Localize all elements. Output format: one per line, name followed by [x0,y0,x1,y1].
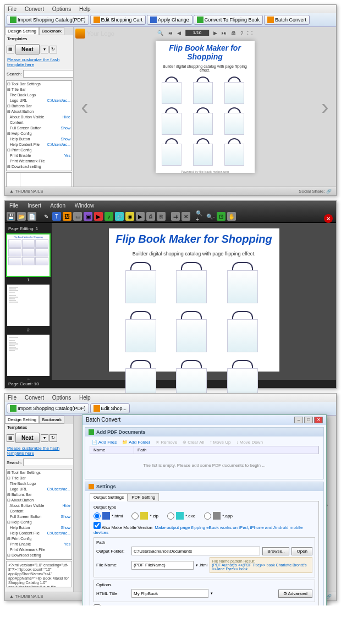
tab-bookmark-3[interactable]: Bookmark [39,416,64,424]
template-dropdown-3[interactable]: ▾ [41,434,48,442]
save-icon[interactable]: 💾 [7,212,15,221]
tab-design[interactable]: Design Setting [5,27,39,35]
swf-icon[interactable]: ▣ [84,212,92,221]
fit-icon[interactable]: ⊡ [217,212,226,221]
share-icon[interactable]: 🔗 [326,189,332,194]
move-down-button[interactable]: ↓ Move Down [236,440,262,445]
zoomin-icon[interactable]: 🔍+ [196,212,205,221]
menu2-insert[interactable]: Insert [28,203,41,209]
sound-icon[interactable]: ♪ [105,212,113,221]
link-icon[interactable]: 🔗 [115,212,124,221]
advanced-button[interactable]: ⚙ Advanced [278,590,312,598]
shape-icon[interactable]: ▭ [73,212,82,221]
mobile-checkbox[interactable]: Also Make Mobile Version [94,525,152,530]
text-icon[interactable]: T [52,212,61,221]
tab-pdf-setting[interactable]: PDF Setting [128,493,159,501]
template-neat-button-3[interactable]: Neat [15,433,40,443]
open-icon[interactable]: 📂 [17,212,26,221]
thumbnails-button[interactable]: ▲ THUMBNAILS [9,189,43,194]
social-share[interactable]: Social Share: 🔗 [299,189,332,194]
video-icon[interactable]: ▶ [94,212,103,221]
apply-button[interactable]: Apply Change [147,15,193,25]
zoomout-icon[interactable]: 🔍- [206,212,215,221]
template-dropdown[interactable]: ▾ [41,46,48,53]
next-page-icon[interactable]: ▶ [213,30,217,36]
clear-all-button[interactable]: ⊘ Clear All [183,440,204,445]
menu3-convert[interactable]: Convert [25,395,44,401]
tab-bookmark[interactable]: Bookmark [39,27,64,35]
editor-canvas[interactable]: Flip Book Maker for Shopping Builder dig… [52,223,336,380]
last-page-icon[interactable]: ⏭ [222,30,227,36]
copy-icon[interactable]: ⎘ [157,212,166,221]
radio-zip[interactable]: *.zip [131,512,158,520]
tab-output-settings[interactable]: Output Settings [90,493,128,501]
dialog-close-icon[interactable]: ✕ [314,417,323,423]
settings-tree[interactable]: ⊟ Tool Bar Settings⊟ Title Bar The Book … [6,80,72,171]
output-folder-input[interactable] [131,547,260,555]
import-button[interactable]: Import Shopping Catalog(PDF) [7,15,89,25]
col-path[interactable]: Path [134,446,318,454]
menu2-window[interactable]: Window [75,203,95,209]
html-title-input[interactable] [131,589,208,598]
edit-cart-button[interactable]: Edit Shopping Cart [90,15,146,25]
add-files-button[interactable]: 📄 Add Files [92,440,117,445]
dialog-max-icon[interactable]: □ [304,417,313,423]
customize-link-3[interactable]: Please customize the flash template here [5,445,73,457]
radio-app[interactable]: *.app [204,512,233,520]
thumb-icon[interactable] [7,173,20,187]
menu3-file[interactable]: File [8,395,16,401]
batch-button[interactable]: Batch Convert [264,15,310,25]
dialog-min-icon[interactable]: – [294,417,303,423]
menu3-options[interactable]: Options [52,395,71,401]
prev-page-icon[interactable]: ◀ [177,30,181,36]
col-name[interactable]: Name [90,446,134,454]
menu2-file[interactable]: File [9,203,18,209]
template-picker-icon[interactable]: ▦ [7,46,14,53]
applyall-icon[interactable]: ⇉ [171,212,180,221]
share-icon-3[interactable]: 🔗 [326,594,332,599]
image-icon[interactable]: 🖼 [63,212,72,221]
first-page-icon[interactable]: ⏮ [168,30,173,36]
customize-link[interactable]: Please customize the flash template here [5,56,73,68]
delete-icon[interactable]: ✕ [182,212,190,221]
thumb-2[interactable]: ━━━━━━━━━━━━━━━━━━━━━━━━━━━━━━━━━━━━━━━━… [7,285,50,326]
menu3-help[interactable]: Help [79,395,91,401]
add-folder-button[interactable]: 📁 Add Folder [122,440,150,445]
radio-html[interactable]: *.html [94,512,123,520]
zoom-icon[interactable]: 🔍 [157,30,163,36]
menu-help[interactable]: Help [79,6,91,12]
thumb-1[interactable]: Flip Book Maker for Shopping 1 [7,234,50,276]
radio-exe[interactable]: *.exe [167,512,195,520]
browse-button[interactable]: Browse.. [262,547,289,555]
menu2-action[interactable]: Action [50,203,65,209]
youtube-icon[interactable]: ▶ [136,212,145,221]
button-icon[interactable]: ◉ [125,212,134,221]
print-icon[interactable]: 🖶 [231,30,236,36]
dialog-titlebar[interactable]: Batch Convert – □ ✕ [82,415,326,425]
template-picker-icon-3[interactable]: ▦ [7,434,14,442]
page-next-arrow[interactable]: › [317,90,333,123]
fullscreen-icon[interactable]: ⛶ [248,30,252,36]
thumbnails-button-3[interactable]: ▲ THUMBNAILS [9,594,43,599]
convert-button[interactable]: Convert To Flipping Book [194,15,263,25]
close-editor-icon[interactable]: ✕ [324,214,333,223]
menu-options[interactable]: Options [52,6,71,12]
template-refresh-icon[interactable]: ↻ [50,46,57,53]
page-icon[interactable]: 📄 [28,212,36,221]
file-name-input[interactable] [131,561,194,570]
search-input[interactable] [23,70,74,78]
search-input-3[interactable] [23,459,74,466]
page-prev-arrow[interactable]: ‹ [76,90,93,123]
pencil-icon[interactable]: ✎ [42,212,51,221]
hand-icon[interactable]: ✋ [227,212,236,221]
edit-cart-button-3[interactable]: Edit Shop... [90,403,130,413]
menu-convert[interactable]: Convert [25,6,44,12]
menu-file[interactable]: File [8,6,16,12]
move-up-button[interactable]: ↑ Move Up [210,440,230,445]
import-button-3[interactable]: Import Shopping Catalog(PDF) [7,403,89,413]
remove-button[interactable]: ✕ Remove [156,440,177,445]
settings-tree-3[interactable]: ⊟ Tool Bar Settings⊟ Title Bar The Book … [6,469,72,560]
thumb-3[interactable]: ━━━━━━━━━━━━━━━━━━━━━━━━━━━━━━━━━━━━━━━━… [7,335,50,376]
tab-design-3[interactable]: Design Setting [5,416,39,424]
open-button[interactable]: Open [292,547,312,555]
